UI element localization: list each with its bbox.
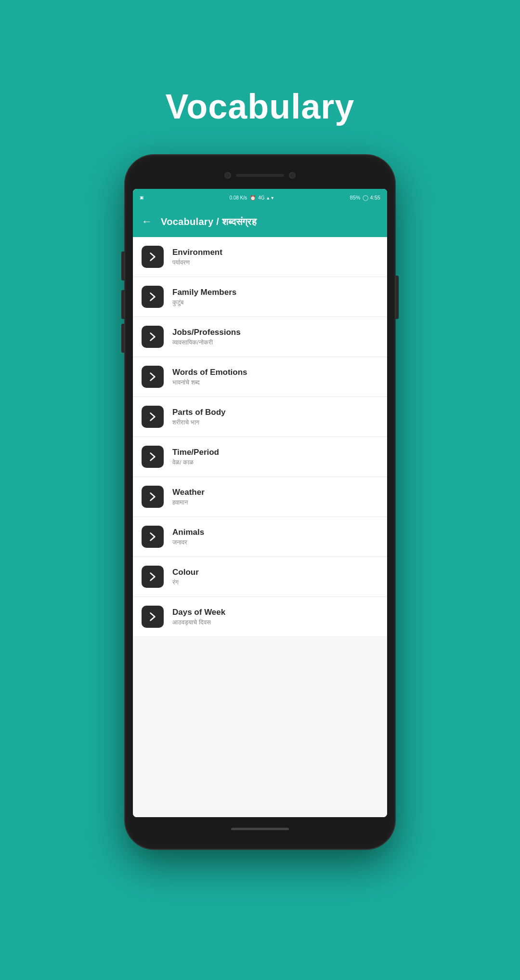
list-item-text-family-members: Family Members कुटुंब [172, 288, 236, 306]
list-item-animals[interactable]: Animals जनावर [133, 517, 387, 557]
list-item-environment[interactable]: Environment पर्यावरण [133, 237, 387, 277]
list-item-text-weather: Weather हवामान [172, 488, 205, 506]
list-item-parts-of-body[interactable]: Parts of Body शरीराचे भाग [133, 397, 387, 437]
list-item-time-period[interactable]: Time/Period वेळ/ काळ [133, 437, 387, 477]
list-item-title-days-of-week: Days of Week [172, 608, 225, 617]
list-item-text-environment: Environment पर्यावरण [172, 248, 222, 266]
list-item-text-parts-of-body: Parts of Body शरीराचे भाग [172, 408, 226, 426]
phone-device: ▣ 0.08 K/s ⏰ 4G ▲▼ 85% ◯ 4:55 ← Vocabula… [125, 155, 395, 849]
list-item-text-time-period: Time/Period वेळ/ काळ [172, 448, 219, 466]
list-item-icon-parts-of-body [142, 406, 164, 428]
list-item-icon-weather [142, 486, 164, 508]
list-item-text-words-of-emotions: Words of Emotions भावनांचे शब्द [172, 368, 247, 386]
list-item-words-of-emotions[interactable]: Words of Emotions भावनांचे शब्द [133, 357, 387, 397]
list-item-title-environment: Environment [172, 248, 222, 257]
list-item-jobs-professions[interactable]: Jobs/Professions व्यावसायिक/नोकरी [133, 317, 387, 357]
status-right: 85% ◯ 4:55 [350, 195, 380, 201]
list-item-subtitle-weather: हवामान [172, 499, 205, 506]
list-item-title-animals: Animals [172, 528, 204, 537]
list-item-text-jobs-professions: Jobs/Professions व्यावसायिक/नोकरी [172, 328, 241, 346]
list-item-icon-colour [142, 566, 164, 588]
status-bar: ▣ 0.08 K/s ⏰ 4G ▲▼ 85% ◯ 4:55 [133, 189, 387, 206]
list-item-icon-environment [142, 246, 164, 268]
list-item-days-of-week[interactable]: Days of Week आठवड्याचे दिवस [133, 597, 387, 637]
clock: 4:55 [370, 195, 380, 200]
phone-screen: ▣ 0.08 K/s ⏰ 4G ▲▼ 85% ◯ 4:55 ← Vocabula… [133, 189, 387, 817]
list-item-subtitle-days-of-week: आठवड्याचे दिवस [172, 619, 225, 626]
page-title: Vocabulary [166, 87, 355, 126]
list-item-icon-animals [142, 526, 164, 548]
list-item-subtitle-jobs-professions: व्यावसायिक/नोकरी [172, 339, 241, 346]
list-item-subtitle-colour: रंग [172, 579, 199, 586]
battery-percent: 85% [350, 195, 361, 200]
app-bar-title: Vocabulary / शब्दसंग्रह [161, 216, 257, 227]
list-item-text-colour: Colour रंग [172, 568, 199, 586]
list-item-subtitle-parts-of-body: शरीराचे भाग [172, 419, 226, 426]
list-item-icon-time-period [142, 446, 164, 468]
list-item-colour[interactable]: Colour रंग [133, 557, 387, 597]
list-item-text-animals: Animals जनावर [172, 528, 204, 546]
list-item-title-words-of-emotions: Words of Emotions [172, 368, 247, 377]
list-item-icon-jobs-professions [142, 326, 164, 348]
vocabulary-list: Environment पर्यावरण Family Members कुटु… [133, 237, 387, 817]
list-item-title-time-period: Time/Period [172, 448, 219, 457]
back-button[interactable]: ← [142, 215, 152, 228]
list-item-title-weather: Weather [172, 488, 205, 497]
bottom-nav-bar [133, 817, 387, 840]
list-item-text-days-of-week: Days of Week आठवड्याचे दिवस [172, 608, 225, 626]
list-item-subtitle-family-members: कुटुंब [172, 299, 236, 306]
list-item-icon-family-members [142, 286, 164, 308]
camera-dot [224, 172, 231, 179]
list-item-icon-words-of-emotions [142, 366, 164, 388]
list-item-subtitle-words-of-emotions: भावनांचे शब्द [172, 379, 247, 386]
notification-icon: ▣ [140, 195, 154, 200]
list-item-subtitle-environment: पर्यावरण [172, 259, 222, 266]
list-item-title-colour: Colour [172, 568, 199, 577]
home-indicator [231, 828, 289, 830]
list-item-subtitle-time-period: वेळ/ काळ [172, 459, 219, 466]
list-item-subtitle-animals: जनावर [172, 539, 204, 546]
list-item-weather[interactable]: Weather हवामान [133, 477, 387, 517]
speaker-bar [236, 174, 284, 177]
app-bar: ← Vocabulary / शब्दसंग्रह [133, 206, 387, 237]
battery-icon: ◯ [363, 195, 368, 201]
sensor-dot [289, 172, 296, 179]
list-item-family-members[interactable]: Family Members कुटुंब [133, 277, 387, 317]
list-item-title-family-members: Family Members [172, 288, 236, 297]
list-item-title-jobs-professions: Jobs/Professions [172, 328, 241, 337]
list-item-icon-days-of-week [142, 606, 164, 628]
list-item-title-parts-of-body: Parts of Body [172, 408, 226, 417]
status-speed: 0.08 K/s ⏰ 4G ▲▼ [157, 195, 347, 200]
camera-area [133, 164, 387, 187]
